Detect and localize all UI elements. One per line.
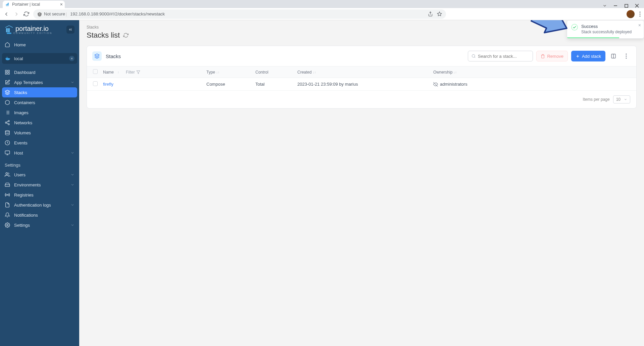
filter-button[interactable]: Filter [126, 70, 140, 75]
sidebar-item-label: Events [14, 140, 28, 145]
sidebar-item-environments[interactable]: Environments [0, 180, 79, 190]
sidebar-item-label: Images [14, 110, 29, 115]
sidebar-item-label: Host [14, 150, 23, 156]
search-input-wrapper[interactable] [468, 51, 533, 61]
portainer-logo-icon [5, 25, 13, 34]
sort-icon[interactable]: ↓↑ [216, 71, 219, 74]
sidebar-item-notifications[interactable]: Notifications [0, 210, 79, 220]
toast-close-icon[interactable]: × [638, 23, 641, 28]
sidebar-item-events[interactable]: Events [0, 138, 79, 148]
bookmark-star-icon[interactable] [437, 11, 442, 16]
column-ownership[interactable]: Ownership [433, 70, 452, 75]
sidebar-item-users[interactable]: Users [0, 170, 79, 180]
row-ownership: administrators [440, 82, 467, 87]
back-icon[interactable] [3, 11, 9, 17]
collapse-sidebar-button[interactable] [66, 26, 75, 34]
annotation-arrow [530, 20, 574, 39]
stack-name-link[interactable]: firefly [103, 82, 113, 87]
sidebar-item-label: Environments [14, 182, 41, 187]
chevron-down-icon [70, 223, 75, 227]
row-control: Total [255, 82, 297, 87]
share-icon[interactable] [428, 11, 433, 16]
column-control[interactable]: Control [255, 70, 268, 75]
eye-off-icon [433, 82, 438, 87]
column-created[interactable]: Created [297, 70, 312, 75]
sidebar-item-registries[interactable]: Registries [0, 190, 79, 200]
svg-point-41 [472, 54, 475, 57]
maximize-icon[interactable] [624, 3, 629, 8]
home-icon [5, 42, 10, 47]
svg-point-39 [7, 224, 8, 226]
list-icon [5, 110, 10, 115]
tab-title: Portainer | local [12, 2, 40, 7]
box-icon [5, 100, 10, 105]
svg-point-5 [640, 11, 641, 12]
sidebar-item-dashboard[interactable]: Dashboard [0, 67, 79, 77]
columns-button[interactable] [609, 51, 618, 61]
remove-button[interactable]: Remove [536, 51, 567, 61]
sidebar-item-label: App Templates [14, 80, 43, 85]
layers-icon [92, 51, 102, 61]
refresh-icon[interactable] [123, 33, 129, 38]
sidebar-item-settings[interactable]: Settings [0, 220, 79, 230]
add-stack-button[interactable]: Add stack [571, 51, 605, 61]
kebab-menu-icon[interactable] [639, 11, 641, 17]
toast-progress-bar [567, 37, 619, 38]
table-row: firefly Compose Total 2023-01-21 23:59:0… [87, 78, 636, 91]
sidebar-item-host[interactable]: Host [0, 148, 79, 158]
svg-rect-15 [5, 70, 7, 72]
sort-desc-icon[interactable]: ↓ [117, 70, 119, 74]
sidebar-item-label: Settings [14, 223, 30, 228]
window-close-icon[interactable] [635, 3, 639, 8]
svg-point-7 [640, 15, 641, 16]
tab-favicon [5, 2, 10, 7]
row-checkbox[interactable] [93, 81, 98, 86]
sidebar-item-images[interactable]: Images [0, 107, 79, 118]
address-bar[interactable]: Not secure | 192.168.0.188:9000/#!/2/doc… [33, 9, 446, 19]
tab-close-icon[interactable]: × [60, 2, 63, 7]
chevron-down-icon[interactable] [602, 3, 607, 8]
column-name[interactable]: Name [103, 70, 114, 75]
database-icon [5, 130, 10, 135]
sidebar-item-stacks[interactable]: Stacks [2, 87, 77, 97]
sidebar-item-label: Authentication logs [14, 203, 51, 208]
sidebar-item-label: Stacks [14, 90, 27, 95]
chevron-down-icon [70, 173, 75, 177]
column-type[interactable]: Type [206, 70, 215, 75]
reload-icon[interactable] [23, 11, 29, 17]
sort-icon[interactable]: ↓↑ [453, 71, 457, 74]
sidebar-item-volumes[interactable]: Volumes [0, 128, 79, 138]
sidebar-item-app-templates[interactable]: App Templates [0, 77, 79, 87]
sidebar-item-containers[interactable]: Containers [0, 97, 79, 107]
stacks-card: Stacks Remove Add stack [87, 46, 637, 109]
sidebar: portainer.io COMMUNITY EDITION Home loca… [0, 20, 79, 346]
sidebar-item-auth-logs[interactable]: Authentication logs [0, 200, 79, 210]
server-icon [5, 150, 10, 156]
svg-marker-50 [137, 71, 140, 74]
select-all-checkbox[interactable] [93, 69, 98, 74]
share-nodes-icon [5, 120, 10, 125]
chevron-down-icon [70, 203, 75, 207]
items-per-page-select[interactable]: 10 [613, 95, 630, 103]
sidebar-item-label: Containers [14, 100, 35, 105]
profile-avatar[interactable] [627, 10, 635, 18]
sidebar-item-networks[interactable]: Networks [0, 118, 79, 128]
minimize-icon[interactable] [613, 3, 618, 8]
remove-button-label: Remove [547, 54, 563, 59]
svg-rect-1 [625, 4, 628, 7]
svg-point-48 [626, 56, 627, 57]
sidebar-item-home[interactable]: Home [0, 40, 79, 50]
browser-tab[interactable]: Portainer | local × [3, 1, 65, 8]
layers-icon [5, 90, 10, 95]
sort-icon[interactable]: ↓↑ [313, 71, 316, 74]
environment-badge[interactable]: local × [2, 53, 77, 64]
trash-icon [541, 54, 545, 58]
svg-line-42 [475, 57, 475, 57]
environment-close-icon[interactable]: × [69, 56, 75, 61]
svg-point-26 [8, 120, 9, 122]
sidebar-item-label: Registries [14, 192, 34, 198]
forward-icon[interactable] [13, 11, 19, 17]
svg-line-30 [7, 123, 8, 124]
more-options-button[interactable] [622, 51, 631, 61]
search-input[interactable] [478, 54, 530, 59]
